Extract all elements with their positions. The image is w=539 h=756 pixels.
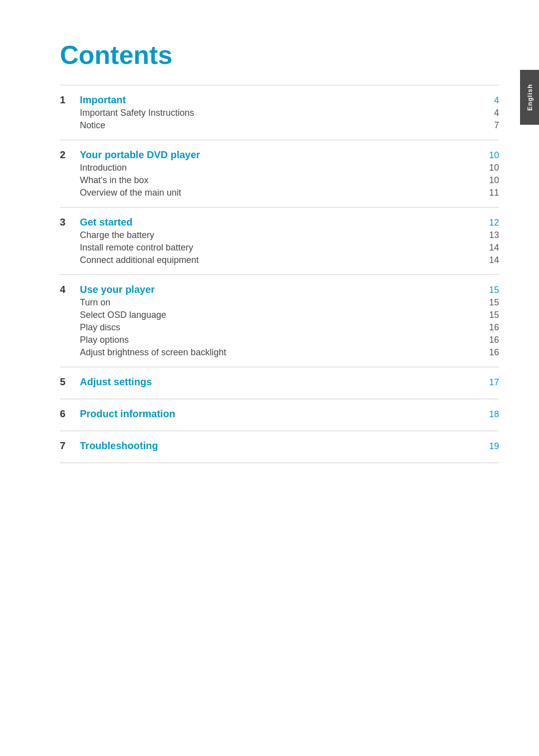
sub-item-row: Select OSD language15: [80, 310, 499, 320]
section-number-5: 5: [60, 376, 80, 388]
sub-item-text: Adjust brightness of screen backlight: [80, 347, 479, 358]
section-number-4: 4: [60, 284, 80, 295]
section-number-6: 6: [60, 408, 80, 420]
sub-item-row: Notice7: [80, 120, 499, 131]
toc-section-4: 4Use your player15Turn on15Select OSD la…: [60, 275, 499, 367]
section-title-6: Product information: [80, 408, 479, 420]
section-number-2: 2: [60, 149, 80, 161]
section-page-7: 19: [479, 441, 499, 452]
sub-item-page: 16: [479, 335, 499, 345]
sub-item-text: Select OSD language: [80, 310, 479, 320]
sub-item-text: Play discs: [80, 322, 479, 333]
sub-items-1: Important Safety Instructions4Notice7: [60, 108, 499, 131]
sub-item-text: Overview of the main unit: [80, 188, 479, 198]
side-tab-label: English: [526, 84, 534, 111]
section-header-row-3: 3Get started12: [60, 217, 499, 228]
toc-container: 1Important4Important Safety Instructions…: [60, 85, 499, 463]
sub-item-page: 10: [479, 163, 499, 173]
section-title-1: Important: [80, 94, 479, 106]
sub-item-page: 14: [479, 255, 499, 265]
section-page-1: 4: [479, 95, 499, 106]
toc-section-5: 5Adjust settings17: [60, 367, 499, 399]
section-title-2: Your portable DVD player: [80, 149, 479, 161]
page-container: English Contents 1Important4Important Sa…: [0, 0, 539, 756]
sub-item-page: 7: [479, 120, 499, 131]
section-header-row-2: 2Your portable DVD player10: [60, 149, 499, 161]
toc-section-2: 2Your portable DVD player10Introduction1…: [60, 140, 499, 208]
sub-item-page: 14: [479, 243, 499, 253]
sub-item-row: Connect additional equipment14: [80, 255, 499, 265]
sub-items-3: Charge the battery13Install remote contr…: [60, 230, 499, 265]
sub-item-page: 15: [479, 297, 499, 308]
sub-item-text: Play options: [80, 335, 479, 345]
sub-item-page: 10: [479, 175, 499, 186]
section-header-row-1: 1Important4: [60, 94, 499, 106]
sub-item-row: Play options16: [80, 335, 499, 345]
sub-item-text: Install remote control battery: [80, 243, 479, 253]
sub-item-text: Connect additional equipment: [80, 255, 479, 265]
sub-item-row: Important Safety Instructions4: [80, 108, 499, 118]
sub-item-row: Install remote control battery14: [80, 243, 499, 253]
toc-section-1: 1Important4Important Safety Instructions…: [60, 85, 499, 140]
sub-item-page: 4: [479, 108, 499, 118]
sub-item-page: 15: [479, 310, 499, 320]
sub-item-page: 13: [479, 230, 499, 241]
toc-section-7: 7Troubleshooting19: [60, 431, 499, 463]
sub-item-text: Turn on: [80, 297, 479, 308]
section-title-3: Get started: [80, 217, 479, 228]
sub-item-text: Charge the battery: [80, 230, 479, 241]
section-title-7: Troubleshooting: [80, 440, 479, 452]
toc-section-6: 6Product information18: [60, 399, 499, 431]
sub-item-row: Overview of the main unit11: [80, 188, 499, 198]
section-title-4: Use your player: [80, 284, 479, 295]
sub-items-4: Turn on15Select OSD language15Play discs…: [60, 297, 499, 358]
sub-item-text: Important Safety Instructions: [80, 108, 479, 118]
sub-item-text: Introduction: [80, 163, 479, 173]
section-header-row-7: 7Troubleshooting19: [60, 440, 499, 452]
section-page-2: 10: [479, 150, 499, 161]
section-header-row-5: 5Adjust settings17: [60, 376, 499, 388]
sub-item-row: Adjust brightness of screen backlight16: [80, 347, 499, 358]
sub-item-row: Introduction10: [80, 163, 499, 173]
section-header-row-4: 4Use your player15: [60, 284, 499, 295]
section-header-row-6: 6Product information18: [60, 408, 499, 420]
section-number-7: 7: [60, 440, 80, 452]
sub-item-row: Turn on15: [80, 297, 499, 308]
sub-item-row: Play discs16: [80, 322, 499, 333]
toc-section-3: 3Get started12Charge the battery13Instal…: [60, 208, 499, 275]
side-tab: English: [520, 70, 539, 125]
sub-item-page: 11: [479, 188, 499, 198]
section-page-4: 15: [479, 285, 499, 295]
sub-item-text: Notice: [80, 120, 479, 131]
sub-item-row: What's in the box10: [80, 175, 499, 186]
section-page-3: 12: [479, 218, 499, 228]
sub-item-row: Charge the battery13: [80, 230, 499, 241]
sub-item-page: 16: [479, 347, 499, 358]
sub-item-page: 16: [479, 322, 499, 333]
section-page-5: 17: [479, 377, 499, 388]
sub-item-text: What's in the box: [80, 175, 479, 186]
section-title-5: Adjust settings: [80, 376, 479, 388]
page-title: Contents: [60, 40, 499, 70]
section-page-6: 18: [479, 409, 499, 420]
section-number-3: 3: [60, 217, 80, 228]
section-number-1: 1: [60, 94, 80, 106]
sub-items-2: Introduction10What's in the box10Overvie…: [60, 163, 499, 198]
